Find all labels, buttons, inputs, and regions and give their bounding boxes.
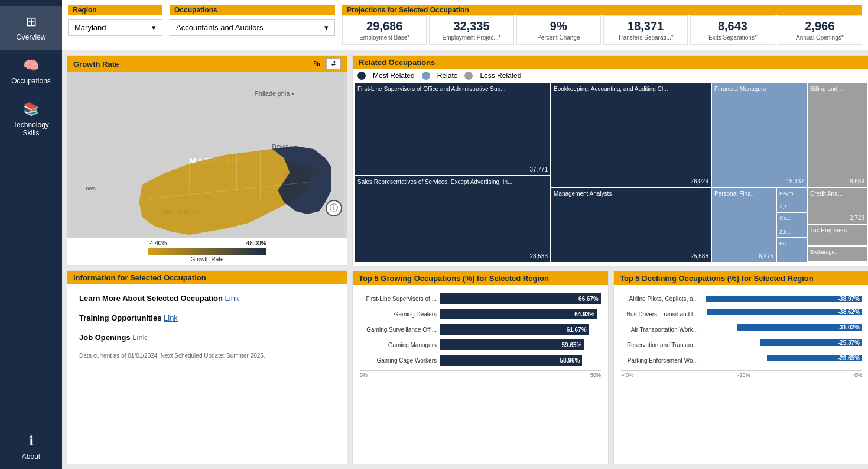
bar-container: 59.65% xyxy=(440,339,601,350)
treemap-cell-financial-managers[interactable]: Financial Managers 15,137 xyxy=(712,83,807,187)
info-panel-header: Information for Selected Occupation xyxy=(67,271,347,284)
bar-row-4: Gaming Managers 59.65% xyxy=(360,339,601,350)
top5-declining-body: Airline Pilots, Copilots, a... -38.97% xyxy=(614,285,868,383)
projections-label: Projections for Selected Occupation xyxy=(342,5,862,15)
training-link[interactable]: Link xyxy=(164,313,178,322)
sidebar-item-technology[interactable]: 📚 Technology Skills xyxy=(0,93,62,145)
top5-declining-panel: Top 5 Declining Occupations (%) for Sele… xyxy=(613,271,868,464)
treemap-col-3: Financial Managers 15,137 Personal Fina.… xyxy=(712,83,807,263)
top5-growing-body: First-Line Supervisors of ... 66.67% Gam… xyxy=(353,285,608,383)
chevron-down-icon: ▾ xyxy=(152,23,156,32)
bar-row-3: Air Transportation Work... -31.02% xyxy=(621,324,862,335)
training-text: Training Opportunities xyxy=(79,313,161,322)
related-legend-row: Most Related Relate Less Related xyxy=(353,69,868,82)
bar-value: -25.37% xyxy=(838,339,860,346)
cell-value: 37,771 xyxy=(529,166,548,173)
related-occupations-title: Related Occupations xyxy=(359,58,435,67)
treemap-cell-co[interactable]: Co... 2,0... xyxy=(777,213,807,237)
toggle-percent-button[interactable]: % xyxy=(308,58,326,70)
bar-value: -38.62% xyxy=(838,309,860,315)
bar-label: Reservation and Transpo... xyxy=(621,342,698,348)
cell-title: First-Line Supervisors of Office and Adm… xyxy=(357,86,548,93)
bar-fill-negative: -25.37% xyxy=(760,339,862,346)
bar-row-1: Airline Pilots, Copilots, a... -38.97% xyxy=(621,293,862,304)
cell-title: Co... xyxy=(779,215,804,221)
stat-employment-proj: 32,335 Employment Projec...* xyxy=(429,15,513,45)
most-related-dot xyxy=(357,72,366,80)
treemap-cell-payroll[interactable]: Payro... 2,1... xyxy=(777,188,807,212)
treemap-cell-bookkeeping[interactable]: Bookkeeping, Accounting, and Auditing Cl… xyxy=(551,83,711,187)
bar-label: First-Line Supervisors of ... xyxy=(360,296,437,302)
growth-rate-header: Growth Rate % # xyxy=(67,56,347,72)
bar-container: -38.62% xyxy=(701,309,862,319)
treemap-col-4: Billing and ... 8,689 Credit Ana... 2,72… xyxy=(808,83,867,263)
info-disclaimer: Data current as of 01/01/2024. Next Sche… xyxy=(79,352,335,359)
legend-max: 48.00% xyxy=(246,240,266,247)
stat-transfers: 18,371 Transfers Separati...* xyxy=(603,15,688,45)
treemap-col-2: Bookkeeping, Accounting, and Auditing Cl… xyxy=(551,83,711,263)
cell-value: 2,1... xyxy=(779,203,804,209)
chevron-down-icon: ▾ xyxy=(324,23,329,32)
bar-label: Air Transportation Work... xyxy=(621,326,698,333)
occupations-icon: 🧠 xyxy=(23,58,39,73)
treemap-cell-tax-preparers[interactable]: Tax Preparers xyxy=(808,225,867,245)
cell-title: Payro... xyxy=(779,190,804,196)
treemap-cell-first-line[interactable]: First-Line Supervisors of Office and Adm… xyxy=(355,83,550,175)
treemap-cell-management-analysts[interactable]: Management Analysts 25,588 xyxy=(551,188,711,262)
treemap-container: First-Line Supervisors of Office and Adm… xyxy=(353,82,868,266)
info-panel-title: Information for Selected Occupation xyxy=(73,273,206,282)
bar-label: Gaming Cage Workers xyxy=(360,357,437,364)
treemap-small-row: Personal Fina... 6,475 Payro... 2,1... C… xyxy=(712,188,807,262)
occupations-select[interactable]: Accountants and Auditors ▾ xyxy=(170,19,335,36)
axis-label-50: 50% xyxy=(590,372,601,378)
learn-more-link[interactable]: Link xyxy=(225,294,239,303)
cell-title: Billing and ... xyxy=(810,86,864,93)
bar-container: 64.93% xyxy=(440,309,601,319)
learn-more-row: Learn More About Selected Occupation Lin… xyxy=(79,294,335,303)
bar-label: Airline Pilots, Copilots, a... xyxy=(621,296,698,302)
cell-title: Credit Ana... xyxy=(810,190,864,198)
treemap-cell-sales-rep[interactable]: Sales Representatives of Services, Excep… xyxy=(355,176,550,262)
bar-value: 61.67% xyxy=(567,326,587,333)
bar-row-2: Gaming Dealers 64.93% xyxy=(360,309,601,319)
region-value: Maryland xyxy=(74,23,106,32)
projections-stats: 29,686 Employment Base* 32,335 Employmen… xyxy=(342,15,862,45)
bar-container: 61.67% xyxy=(440,324,601,335)
sidebar-item-overview[interactable]: ⊞ Overview xyxy=(0,6,62,50)
sidebar-item-occupations[interactable]: 🧠 Occupations xyxy=(0,50,62,93)
legend-bar xyxy=(148,248,266,255)
treemap-cell-credit-ana[interactable]: Credit Ana... 2,723 xyxy=(808,188,867,224)
less-related-dot xyxy=(464,72,473,80)
projections-section: Projections for Selected Occupation 29,6… xyxy=(342,5,862,45)
treemap-cell-personal-fina[interactable]: Personal Fina... 6,475 xyxy=(712,188,776,262)
content-area: Growth Rate % # Philadelphia • xyxy=(62,50,868,469)
region-filter-group: Region Maryland ▾ xyxy=(68,5,162,36)
bar-container: 66.67% xyxy=(440,293,601,304)
top5-declining-title: Top 5 Declining Occupations (%) for Sele… xyxy=(620,274,814,283)
less-related-label: Less Related xyxy=(480,72,521,80)
bar-value: -31.02% xyxy=(838,324,860,331)
relate-label: Relate xyxy=(437,72,458,80)
learn-more-text: Learn More About Selected Occupation xyxy=(79,294,223,303)
occupations-label: Occupations xyxy=(170,5,335,15)
map-legend: -4.40% 48.00% Growth Rate xyxy=(67,238,347,265)
top5-growing-header: Top 5 Growing Occupations (%) for Select… xyxy=(353,271,608,285)
legend-range: -4.40% 48.00% xyxy=(148,240,266,247)
region-select[interactable]: Maryland ▾ xyxy=(68,19,162,36)
occupations-filter-group: Occupations Accountants and Auditors ▾ xyxy=(170,5,335,36)
info-icon[interactable]: ⓘ xyxy=(326,200,342,216)
treemap-cell-bu[interactable]: Bu... xyxy=(777,238,807,262)
treemap-cell-billing[interactable]: Billing and ... 8,689 xyxy=(808,83,867,187)
cell-value: 2,0... xyxy=(779,229,804,235)
bar-value: 59.65% xyxy=(562,342,582,348)
sidebar-item-about[interactable]: ℹ About xyxy=(0,425,62,469)
cell-value: 28,533 xyxy=(529,253,548,260)
job-openings-link[interactable]: Link xyxy=(132,333,147,342)
main-content: Region Maryland ▾ Occupations Accountant… xyxy=(62,0,868,469)
toggle-group: % # xyxy=(308,58,341,70)
top5-growing-panel: Top 5 Growing Occupations (%) for Select… xyxy=(352,271,609,464)
toggle-number-button[interactable]: # xyxy=(326,58,341,70)
legend-min: -4.40% xyxy=(148,240,167,247)
bar-value: 64.93% xyxy=(574,311,594,318)
treemap-cell-brokerage[interactable]: Brokerage... xyxy=(808,247,867,261)
